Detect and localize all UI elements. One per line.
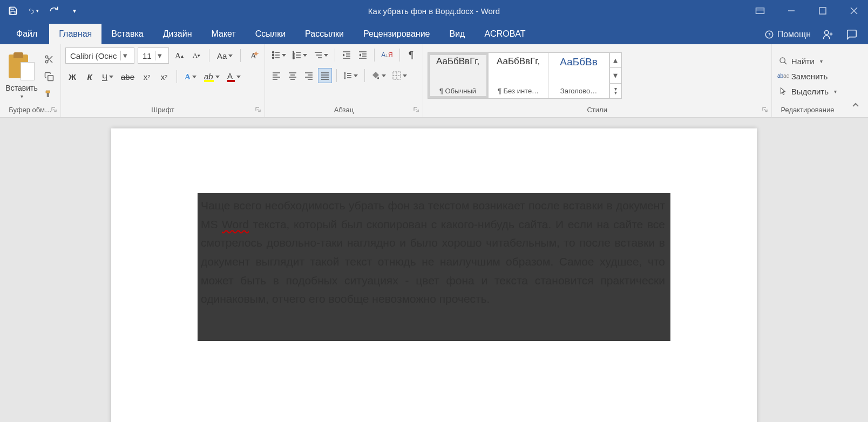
style-heading1[interactable]: АаБбВв Заголово… — [549, 53, 609, 98]
font-name-value: Calibri (Оснс — [70, 51, 117, 60]
subscript-button[interactable]: x2 — [140, 69, 154, 84]
document-area[interactable]: Чаще всего необходимость убрать фон за т… — [0, 118, 868, 422]
qat-customize-button[interactable]: ▾ — [69, 5, 80, 16]
svg-text:3: 3 — [293, 56, 295, 59]
svg-point-10 — [45, 56, 48, 58]
search-icon — [778, 56, 788, 66]
bullets-button[interactable] — [269, 47, 288, 63]
decrease-indent-button[interactable] — [340, 47, 354, 63]
tell-me-search[interactable]: Помощн — [764, 30, 811, 39]
shading-button[interactable] — [369, 68, 388, 83]
cut-button[interactable] — [42, 53, 56, 65]
style-name: ¶ Без инте… — [492, 87, 545, 95]
font-dialog-launcher[interactable] — [255, 106, 262, 114]
svg-point-6 — [765, 31, 773, 38]
tab-view[interactable]: Вид — [439, 24, 474, 44]
font-size-combo[interactable]: 11 ▾ — [138, 47, 169, 64]
align-right-button[interactable] — [302, 68, 316, 83]
style-preview: АаБбВвГг, — [431, 56, 485, 67]
title-bar: ▾ ▾ Как убрать фон в Ворд.docx - Word — [0, 0, 868, 22]
superscript-button[interactable]: x2 — [157, 69, 171, 84]
text-effects-button[interactable]: A — [182, 69, 199, 84]
comments-button[interactable] — [845, 28, 858, 41]
multilevel-list-button[interactable] — [311, 47, 330, 63]
highlight-button[interactable]: ab — [202, 69, 222, 84]
chevron-down-icon[interactable]: ▾ — [120, 51, 127, 60]
paragraph-dialog-launcher[interactable] — [413, 106, 421, 114]
styles-dialog-launcher[interactable] — [762, 106, 769, 114]
select-button[interactable]: Выделить ▾ — [776, 85, 839, 97]
style-preview: АаБбВв — [552, 56, 606, 68]
minimize-button[interactable] — [782, 3, 801, 18]
group-paragraph: 123 А↓Я — [265, 44, 423, 117]
styles-expand[interactable]: ▾▾ — [610, 84, 621, 98]
chevron-down-icon[interactable]: ▾ — [155, 51, 162, 60]
bold-button[interactable]: Ж — [65, 69, 79, 84]
show-marks-button[interactable]: ¶ — [404, 47, 418, 63]
justify-button[interactable] — [318, 68, 332, 83]
share-button[interactable] — [822, 28, 835, 41]
replace-label: Заменить — [791, 72, 828, 81]
numbering-button[interactable]: 123 — [290, 47, 309, 63]
tab-home[interactable]: Главная — [49, 24, 101, 44]
font-name-combo[interactable]: Calibri (Оснс ▾ — [65, 47, 134, 64]
group-styles-label: Стили — [428, 104, 767, 117]
align-left-button[interactable] — [269, 68, 283, 83]
sort-button[interactable]: А↓Я — [379, 47, 395, 63]
borders-button[interactable] — [390, 68, 409, 83]
tab-insert[interactable]: Вставка — [101, 24, 153, 44]
close-button[interactable] — [844, 3, 864, 18]
find-button[interactable]: Найти ▾ — [776, 55, 839, 67]
tab-review[interactable]: Рецензирование — [354, 24, 440, 44]
line-spacing-button[interactable] — [341, 68, 360, 83]
italic-button[interactable]: К — [83, 69, 97, 84]
paste-button[interactable]: Вставить ▾ — [4, 52, 39, 99]
svg-point-16 — [273, 52, 274, 53]
clear-formatting-button[interactable]: A✦ — [246, 48, 260, 63]
strikethrough-button[interactable]: abe — [119, 69, 137, 84]
undo-button[interactable]: ▾ — [28, 5, 39, 16]
style-normal[interactable]: АаБбВвГг, ¶ Обычный — [428, 53, 489, 98]
increase-indent-button[interactable] — [356, 47, 370, 63]
svg-rect-15 — [48, 76, 53, 81]
tab-mailings[interactable]: Рассылки — [295, 24, 354, 44]
change-case-button[interactable]: Aa — [215, 48, 235, 63]
style-preview: АаБбВвГг, — [492, 56, 545, 67]
tab-design[interactable]: Дизайн — [153, 24, 202, 44]
format-painter-button[interactable] — [42, 88, 56, 100]
styles-scroll-down[interactable]: ▾ — [610, 68, 621, 83]
align-center-button[interactable] — [286, 68, 300, 83]
group-editing: Найти ▾ abac Заменить Выделить ▾ — [772, 44, 843, 117]
window-title: Как убрать фон в Ворд.docx - Word — [368, 6, 500, 16]
replace-button[interactable]: abac Заменить — [776, 70, 839, 82]
collapse-ribbon-button[interactable] — [849, 98, 863, 113]
copy-button[interactable] — [42, 71, 56, 83]
document-text[interactable]: Чаще всего необходимость убрать фон за т… — [198, 193, 670, 341]
clipboard-dialog-launcher[interactable] — [51, 106, 58, 114]
style-name: ¶ Обычный — [431, 87, 485, 95]
save-button[interactable] — [8, 5, 18, 16]
ribbon-display-button[interactable] — [750, 3, 770, 18]
maximize-button[interactable] — [813, 3, 832, 18]
group-clipboard-label: Буфер обм… — [4, 104, 56, 117]
paste-icon — [9, 52, 35, 80]
styles-scroll-up[interactable]: ▴ — [610, 53, 621, 68]
styles-gallery: АаБбВвГг, ¶ Обычный АаБбВвГг, ¶ Без инте… — [428, 52, 622, 99]
grow-font-button[interactable]: A▴ — [172, 48, 186, 63]
shrink-font-button[interactable]: A▾ — [189, 48, 204, 63]
style-no-spacing[interactable]: АаБбВвГг, ¶ Без инте… — [489, 53, 549, 98]
tab-file[interactable]: Файл — [6, 24, 49, 44]
svg-point-66 — [780, 58, 785, 63]
redo-button[interactable] — [49, 5, 59, 16]
group-editing-label: Редактирование — [776, 104, 839, 117]
svg-marker-35 — [343, 53, 345, 57]
group-font: Calibri (Оснс ▾ 11 ▾ A▴ A▾ Aa A✦ — [61, 44, 265, 117]
tab-acrobat[interactable]: ACROBAT — [474, 24, 535, 44]
tab-layout[interactable]: Макет — [202, 24, 246, 44]
group-font-label: Шрифт — [65, 104, 260, 117]
page[interactable]: Чаще всего необходимость убрать фон за т… — [111, 128, 757, 422]
tab-references[interactable]: Ссылки — [246, 24, 295, 44]
underline-button[interactable]: Ч — [100, 69, 116, 84]
font-color-button[interactable]: A — [225, 69, 243, 84]
group-clipboard: Вставить ▾ Буфер обм… — [0, 44, 61, 117]
